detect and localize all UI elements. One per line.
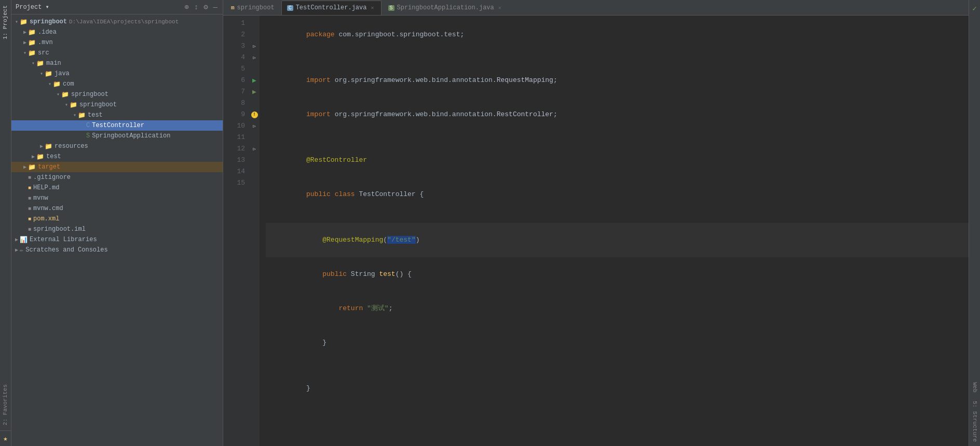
tree-item-springboot-pkg[interactable]: ▾ 📁 springboot xyxy=(11,89,223,100)
structure-tab[interactable]: 5: Structure xyxy=(969,397,980,446)
tree-item-com[interactable]: ▾ 📁 com xyxy=(11,79,223,89)
annotation-RequestMapping: @RequestMapping xyxy=(322,236,383,244)
kw-return: return xyxy=(338,304,367,312)
run-icon-7[interactable]: ▶ xyxy=(252,88,256,96)
tree-item-external-libraries[interactable]: ▶ 📊 External Libraries xyxy=(11,234,223,245)
fold-icon-4[interactable]: ⊳ xyxy=(253,54,256,61)
fold-icon-3[interactable]: ⊳ xyxy=(253,43,256,50)
tree-item-java-src[interactable]: ▾ 📁 java xyxy=(11,68,223,79)
project-panel: Project ▾ ⊕ ↕ ⚙ — ▾ 📁 springboot D:\Java… xyxy=(11,0,223,446)
tree-item-test[interactable]: ▶ 📁 test xyxy=(11,151,223,162)
tab-SpringbootApplication[interactable]: S SpringbootApplication.java ✕ xyxy=(383,1,509,15)
tree-item-idea[interactable]: ▶ 📁 .idea xyxy=(11,27,223,37)
gutter-line-2 xyxy=(249,29,260,40)
kw-class: class xyxy=(335,190,359,198)
warning-icon-9: ! xyxy=(251,112,258,118)
minimize-icon[interactable]: — xyxy=(212,2,219,12)
tab-springboot-icon: m xyxy=(231,5,235,11)
code-line-4: import org.springframework.web.bind.anno… xyxy=(266,97,969,132)
type-String: String xyxy=(351,270,379,278)
semi11: ; xyxy=(389,304,393,312)
tree-item-target[interactable]: ▶ 📁 target xyxy=(11,162,223,172)
tab-TestController[interactable]: C TestController.java ✕ xyxy=(281,1,382,15)
tree-item-resources[interactable]: ▶ 📁 resources xyxy=(11,141,223,151)
left-tab-strip: 1: Project 2: Favorites ★ xyxy=(0,0,11,446)
gutter-line-15 xyxy=(249,177,260,189)
tree-item-springboot-root[interactable]: ▾ 📁 springboot D:\Java\IDEA\projects\spr… xyxy=(11,17,223,27)
tab-SpringbootApplication-icon: S xyxy=(388,5,394,11)
gutter-line-1 xyxy=(249,18,260,29)
code-area[interactable]: package com.springboot.springboot.test; … xyxy=(260,16,969,446)
tree-item-test-pkg[interactable]: ▾ 📁 test xyxy=(11,110,223,120)
tree-item-SpringbootApplication[interactable]: S SpringbootApplication xyxy=(11,131,223,141)
tab-springboot[interactable]: m springboot xyxy=(225,1,280,15)
string-test: "/test" xyxy=(387,236,416,244)
editor-area: m springboot C TestController.java ✕ S S… xyxy=(223,0,969,446)
kw-package: package xyxy=(306,31,338,38)
gutter-line-4: ⊳ xyxy=(249,52,260,63)
tree-item-iml[interactable]: ■ springboot.iml xyxy=(11,224,223,234)
gutter-line-3: ⊳ xyxy=(249,40,260,52)
tab-bar: m springboot C TestController.java ✕ S S… xyxy=(223,0,969,16)
tree-item-gitignore[interactable]: ■ .gitignore xyxy=(11,172,223,183)
paren9: ( xyxy=(383,236,387,244)
settings-icon[interactable]: ⚙ xyxy=(202,2,209,12)
gutter-line-7: ▶ xyxy=(249,86,260,97)
checkmark-icon: ✓ xyxy=(970,2,978,15)
indent-9 xyxy=(306,236,322,244)
annotation-RestController: @RestController xyxy=(306,156,367,164)
semi1: ; xyxy=(553,76,557,84)
code-line-10: public String test() { xyxy=(266,257,969,291)
code-line-6: @RestController xyxy=(266,143,969,177)
panel-header: Project ▾ ⊕ ↕ ⚙ — xyxy=(11,0,223,15)
favorites-tab[interactable]: 2: Favorites xyxy=(0,379,11,430)
project-dropdown[interactable]: Project ▾ xyxy=(16,3,49,11)
run-icon-6[interactable]: ▶ xyxy=(252,76,256,85)
gutter-line-5 xyxy=(249,63,260,75)
class-TestController: TestController xyxy=(359,190,419,198)
code-line-12: } xyxy=(266,326,969,360)
code-line-13 xyxy=(266,360,969,371)
panel-title: Project ▾ xyxy=(16,3,49,11)
code-line-9: @RequestMapping("/test") xyxy=(266,223,969,257)
pkg-import2: org.springframework.web.bind.annotation. xyxy=(335,110,497,118)
string-chinese: "测试" xyxy=(367,304,389,312)
tab-SpringbootApplication-close[interactable]: ✕ xyxy=(497,4,503,11)
tree-item-mvn[interactable]: ▶ 📁 .mvn xyxy=(11,37,223,48)
add-icon[interactable]: ⊕ xyxy=(183,2,189,12)
code-line-15 xyxy=(266,406,969,417)
tree-item-pom[interactable]: ■ pom.xml xyxy=(11,214,223,224)
project-tree: ▾ 📁 springboot D:\Java\IDEA\projects\spr… xyxy=(11,15,223,446)
pkg-name: com.springboot.springboot.test; xyxy=(338,31,464,38)
fold-icon-10[interactable]: ⊳ xyxy=(253,123,256,130)
kw-import2: import xyxy=(306,110,335,118)
star-icon: ★ xyxy=(3,434,7,443)
tree-item-springboot-nested[interactable]: ▾ 📁 springboot xyxy=(11,100,223,110)
paren10: () { xyxy=(396,270,412,278)
tree-item-help[interactable]: ■ HELP.md xyxy=(11,183,223,193)
sort-icon[interactable]: ↕ xyxy=(193,2,199,12)
tree-item-src[interactable]: ▾ 📁 src xyxy=(11,48,223,58)
gutter-line-13 xyxy=(249,155,260,166)
tree-item-TestController[interactable]: C TestController xyxy=(11,120,223,131)
tree-item-mvnw[interactable]: ■ mvnw xyxy=(11,193,223,203)
code-line-8 xyxy=(266,212,969,223)
indent-10 xyxy=(306,270,322,278)
gutter-line-6: ▶ xyxy=(249,75,260,86)
paren9c: ) xyxy=(416,236,420,244)
brace-close12: } xyxy=(322,339,326,346)
project-tab[interactable]: 1: Project xyxy=(0,0,11,45)
tab-TestController-close[interactable]: ✕ xyxy=(369,4,375,11)
indent-11 xyxy=(306,304,338,312)
far-right-tabs: ✓ Web 5: Structure xyxy=(969,0,980,446)
tree-item-scratches[interactable]: ▶ ✏ Scratches and Consoles xyxy=(11,245,223,255)
code-line-5 xyxy=(266,132,969,143)
kw-public1: public xyxy=(306,190,335,198)
tree-item-mvnwcmd[interactable]: ■ mvnw.cmd xyxy=(11,203,223,214)
web-tab[interactable]: Web xyxy=(969,378,980,397)
class-RequestMapping: RequestMapping xyxy=(497,76,553,84)
code-line-11: return "测试"; xyxy=(266,291,969,326)
fold-icon-12[interactable]: ⊳ xyxy=(253,146,256,152)
tree-item-main[interactable]: ▾ 📁 main xyxy=(11,58,223,68)
tab-TestController-icon: C xyxy=(287,5,293,11)
